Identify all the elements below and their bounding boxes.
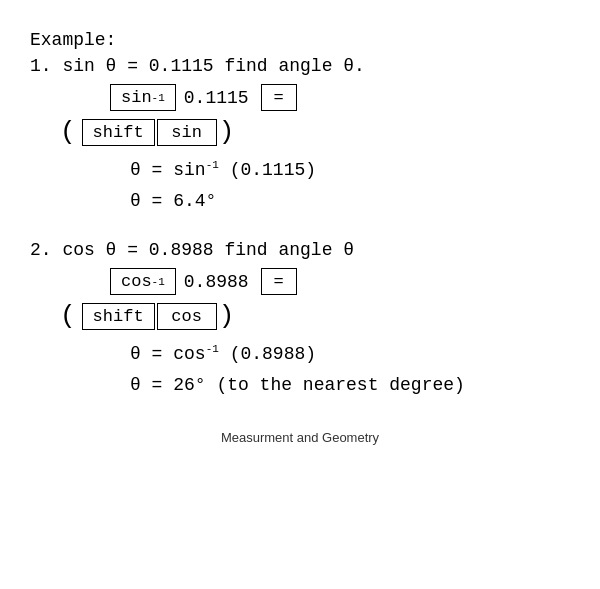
cos-inverse-key[interactable]: cos-1: [110, 268, 176, 295]
main-content: Example: 1. sin θ = 0.1115 find angle θ.…: [30, 20, 570, 455]
shift-key-2[interactable]: shift: [82, 303, 155, 330]
problem-1: 1. sin θ = 0.1115 find angle θ. sin-1 0.…: [30, 56, 570, 216]
problem-2-result: θ = cos-1 (0.8988) θ = 26° (to the neare…: [130, 339, 570, 400]
problem-1-equals[interactable]: =: [261, 84, 297, 111]
problem-2-calc-row: cos-1 0.8988 =: [110, 268, 570, 295]
problem-1-result: θ = sin-1 (0.1115) θ = 6.4°: [130, 155, 570, 216]
sin-key-1[interactable]: sin: [157, 119, 217, 146]
problem-2-equals[interactable]: =: [261, 268, 297, 295]
problem-2-paren-left: (: [60, 301, 76, 331]
shift-key-1[interactable]: shift: [82, 119, 155, 146]
problem-1-shift-row: ( shift sin ): [60, 117, 570, 147]
problem-1-value: 0.1115: [184, 88, 249, 108]
problem-1-paren-left: (: [60, 117, 76, 147]
result1-text: θ = sin: [130, 160, 206, 180]
problem-1-result-line-2: θ = 6.4°: [130, 186, 570, 217]
result2-text: θ = cos: [130, 344, 206, 364]
problem-2: 2. cos θ = 0.8988 find angle θ cos-1 0.8…: [30, 240, 570, 400]
sin-key-superscript: -1: [152, 92, 165, 104]
cos-key-2[interactable]: cos: [157, 303, 217, 330]
problem-2-shift-row: ( shift cos ): [60, 301, 570, 331]
result2-suffix: (0.8988): [219, 344, 316, 364]
sin-inverse-key[interactable]: sin-1: [110, 84, 176, 111]
problem-1-result-line-1: θ = sin-1 (0.1115): [130, 155, 570, 186]
cos-key-superscript: -1: [152, 276, 165, 288]
sin-key-label: sin: [121, 88, 152, 107]
problem-1-calc-row: sin-1 0.1115 =: [110, 84, 570, 111]
problem-2-statement: 2. cos θ = 0.8988 find angle θ: [30, 240, 570, 260]
footer-text: Measurment and Geometry: [30, 430, 570, 445]
problem-2-paren-right: ): [219, 301, 235, 331]
problem-1-paren-right: ): [219, 117, 235, 147]
result1-suffix: (0.1115): [219, 160, 316, 180]
problem-2-result-line-2: θ = 26° (to the nearest degree): [130, 370, 570, 401]
problem-2-result-line-1: θ = cos-1 (0.8988): [130, 339, 570, 370]
problem-1-statement: 1. sin θ = 0.1115 find angle θ.: [30, 56, 570, 76]
result2-sup: -1: [206, 343, 219, 355]
result1-sup: -1: [206, 159, 219, 171]
example-heading: Example:: [30, 30, 570, 50]
cos-key-label: cos: [121, 272, 152, 291]
problem-2-value: 0.8988: [184, 272, 249, 292]
